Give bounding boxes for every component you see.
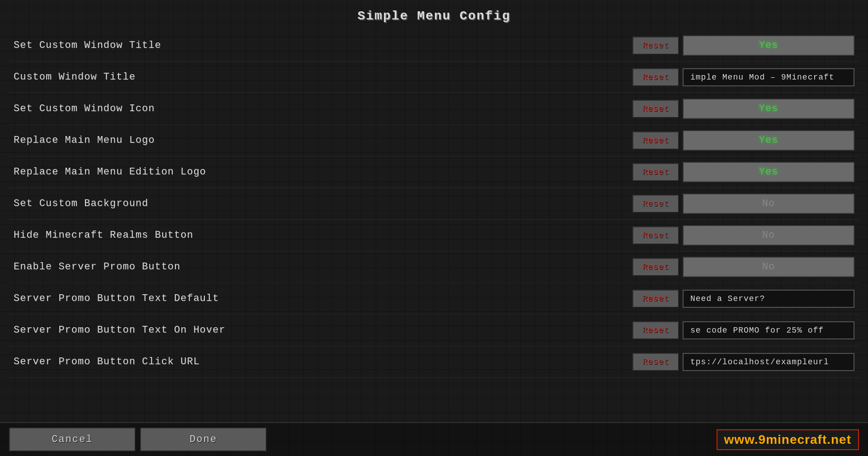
config-row-set-custom-window-icon: Set Custom Window IconResetYes [9,93,859,125]
value-set-custom-window-title[interactable]: Yes [683,35,854,56]
value-enable-server-promo-button[interactable]: No [683,257,854,277]
value-server-promo-button-text-on-hover[interactable]: se code PROMO for 25% off [683,321,854,339]
value-hide-minecraft-realms-button[interactable]: No [683,225,854,245]
config-row-server-promo-button-text-on-hover: Server Promo Button Text On HoverResetse… [9,315,859,346]
reset-button-server-promo-button-click-url[interactable]: Reset [632,353,679,371]
config-row-server-promo-button-text-default: Server Promo Button Text DefaultResetNee… [9,283,859,315]
reset-button-hide-minecraft-realms-button[interactable]: Reset [632,226,679,244]
reset-button-replace-main-menu-logo[interactable]: Reset [632,132,679,150]
footer: Cancel Done www.9minecraft.net [0,422,868,456]
reset-button-set-custom-window-icon[interactable]: Reset [632,100,679,118]
reset-button-custom-window-title[interactable]: Reset [632,68,679,86]
reset-button-replace-main-menu-edition-logo[interactable]: Reset [632,163,679,181]
config-row-replace-main-menu-edition-logo: Replace Main Menu Edition LogoResetYes [9,156,859,188]
label-set-custom-window-icon: Set Custom Window Icon [14,103,632,114]
watermark-text: www.9minecraft.net [724,432,851,447]
label-hide-minecraft-realms-button: Hide Minecraft Realms Button [14,230,632,241]
value-replace-main-menu-edition-logo[interactable]: Yes [683,162,854,182]
config-row-set-custom-background: Set Custom BackgroundResetNo [9,188,859,220]
value-set-custom-window-icon[interactable]: Yes [683,99,854,119]
config-row-server-promo-button-click-url: Server Promo Button Click URLResettps://… [9,346,859,378]
config-row-set-custom-window-title: Set Custom Window TitleResetYes [9,30,859,61]
page-title: Simple Menu Config [0,0,868,30]
watermark: www.9minecraft.net [717,429,859,450]
value-set-custom-background[interactable]: No [683,193,854,214]
label-replace-main-menu-logo: Replace Main Menu Logo [14,135,632,146]
label-enable-server-promo-button: Enable Server Promo Button [14,261,632,273]
footer-buttons: Cancel Done [9,428,717,451]
label-custom-window-title: Custom Window Title [14,71,632,83]
config-container: Set Custom Window TitleResetYesCustom Wi… [0,30,868,422]
cancel-button[interactable]: Cancel [9,428,136,451]
label-server-promo-button-text-default: Server Promo Button Text Default [14,293,632,304]
config-row-replace-main-menu-logo: Replace Main Menu LogoResetYes [9,125,859,156]
label-set-custom-window-title: Set Custom Window Title [14,40,632,51]
config-row-custom-window-title: Custom Window TitleResetimple Menu Mod –… [9,61,859,93]
value-server-promo-button-text-default[interactable]: Need a Server? [683,290,854,308]
value-server-promo-button-click-url[interactable]: tps://localhost/exampleurl [683,353,854,371]
label-replace-main-menu-edition-logo: Replace Main Menu Edition Logo [14,166,632,178]
reset-button-server-promo-button-text-on-hover[interactable]: Reset [632,321,679,339]
reset-button-server-promo-button-text-default[interactable]: Reset [632,290,679,308]
label-set-custom-background: Set Custom Background [14,198,632,209]
done-button[interactable]: Done [140,428,267,451]
label-server-promo-button-click-url: Server Promo Button Click URL [14,356,632,367]
config-row-enable-server-promo-button: Enable Server Promo ButtonResetNo [9,251,859,283]
reset-button-set-custom-window-title[interactable]: Reset [632,37,679,55]
value-replace-main-menu-logo[interactable]: Yes [683,130,854,150]
label-server-promo-button-text-on-hover: Server Promo Button Text On Hover [14,324,632,336]
reset-button-enable-server-promo-button[interactable]: Reset [632,258,679,276]
reset-button-set-custom-background[interactable]: Reset [632,195,679,213]
config-row-hide-minecraft-realms-button: Hide Minecraft Realms ButtonResetNo [9,220,859,251]
value-custom-window-title[interactable]: imple Menu Mod – 9Minecraft [683,68,854,86]
